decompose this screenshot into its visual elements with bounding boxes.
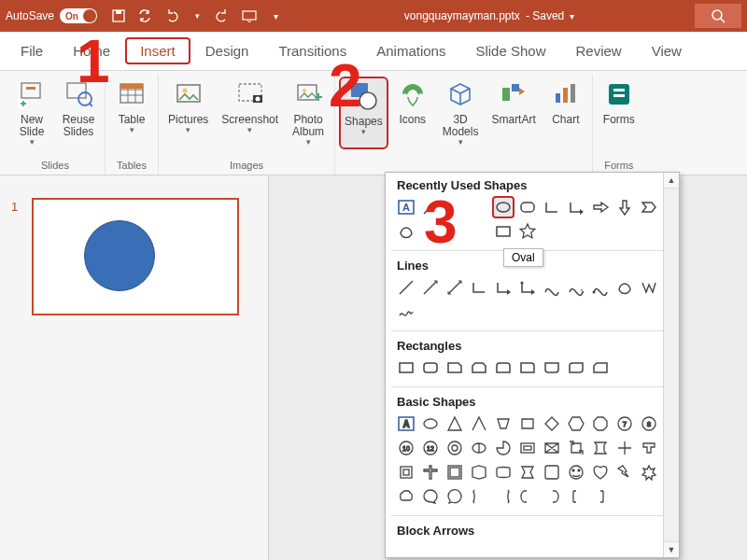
forms-button[interactable]: Forms bbox=[597, 77, 641, 128]
smartart-button[interactable]: SmartArt bbox=[486, 77, 541, 149]
basic-shape-5-icon[interactable] bbox=[516, 413, 539, 435]
basic-shape-35-icon[interactable] bbox=[444, 485, 466, 508]
elbow2-icon[interactable] bbox=[492, 276, 514, 299]
document-title[interactable]: vongquaymayman.pptx - Saved ▾ bbox=[289, 9, 689, 22]
basic-shape-11-icon[interactable]: 10 bbox=[395, 437, 417, 459]
scroll-down-icon[interactable]: ▼ bbox=[664, 541, 679, 557]
basic-shape-18-icon[interactable] bbox=[565, 437, 587, 459]
basic-shape-34-icon[interactable] bbox=[419, 485, 442, 508]
basic-shape-22-icon[interactable] bbox=[395, 461, 417, 483]
freeform3-icon[interactable] bbox=[638, 276, 660, 299]
basic-shape-10-icon[interactable]: 8 bbox=[638, 413, 660, 435]
rect3-icon[interactable] bbox=[444, 357, 466, 379]
basic-shape-36-icon[interactable] bbox=[468, 485, 490, 508]
rect7-icon[interactable] bbox=[541, 357, 563, 379]
basic-shape-38-icon[interactable] bbox=[516, 485, 539, 508]
basic-shape-31-icon[interactable] bbox=[613, 461, 636, 483]
toggle-switch[interactable]: On bbox=[60, 8, 97, 23]
icons-button[interactable]: Icons bbox=[390, 77, 435, 149]
rect-icon[interactable] bbox=[492, 220, 514, 243]
curve2-icon[interactable] bbox=[565, 276, 587, 299]
star-icon[interactable] bbox=[516, 220, 539, 243]
rounded-rect-icon[interactable] bbox=[516, 196, 539, 218]
tab-home[interactable]: Home bbox=[58, 37, 125, 64]
tab-view[interactable]: View bbox=[637, 37, 697, 64]
line-icon[interactable] bbox=[419, 196, 442, 218]
chart-button[interactable]: Chart bbox=[543, 77, 588, 149]
rect4-icon[interactable] bbox=[468, 357, 490, 379]
from-beginning-icon[interactable] bbox=[241, 7, 258, 24]
line3-icon[interactable] bbox=[444, 276, 466, 299]
tab-file[interactable]: File bbox=[6, 37, 58, 64]
basic-shape-17-icon[interactable] bbox=[541, 437, 563, 459]
rect9-icon[interactable] bbox=[589, 357, 612, 379]
basic-shape-26-icon[interactable] bbox=[492, 461, 514, 483]
basic-shape-20-icon[interactable] bbox=[613, 437, 636, 459]
tab-design[interactable]: Design bbox=[190, 37, 264, 64]
basic-shape-4-icon[interactable] bbox=[492, 413, 514, 435]
elbow-arrow-icon[interactable] bbox=[565, 196, 587, 218]
rect1-icon[interactable] bbox=[395, 357, 417, 379]
basic-shape-29-icon[interactable] bbox=[565, 461, 587, 483]
chevron-shape-icon[interactable] bbox=[638, 196, 660, 218]
3d-models-button[interactable]: 3D Models ▾ bbox=[437, 77, 485, 149]
pictures-button[interactable]: Pictures ▾ bbox=[162, 77, 214, 149]
elbow3-icon[interactable] bbox=[516, 276, 539, 299]
basic-shape-2-icon[interactable] bbox=[444, 413, 466, 435]
slide-thumbnails-pane[interactable]: 1 bbox=[0, 175, 269, 560]
down-arrow-shape-icon[interactable] bbox=[613, 196, 636, 218]
basic-shape-0-icon[interactable]: A bbox=[395, 413, 417, 435]
autosave-toggle[interactable]: AutoSave On bbox=[6, 8, 97, 23]
basic-shape-12-icon[interactable]: 12 bbox=[419, 437, 442, 459]
redo-icon[interactable] bbox=[215, 7, 232, 24]
rect5-icon[interactable] bbox=[492, 357, 514, 379]
basic-shape-30-icon[interactable] bbox=[589, 461, 612, 483]
rect8-icon[interactable] bbox=[565, 357, 587, 379]
slide-thumbnail[interactable]: 1 bbox=[19, 198, 249, 315]
basic-shape-27-icon[interactable] bbox=[516, 461, 539, 483]
curve1-icon[interactable] bbox=[541, 276, 563, 299]
basic-shape-21-icon[interactable] bbox=[638, 437, 660, 459]
basic-shape-25-icon[interactable] bbox=[468, 461, 490, 483]
undo-caret-icon[interactable]: ▾ bbox=[189, 7, 205, 24]
line1-icon[interactable] bbox=[395, 276, 417, 299]
basic-shape-9-icon[interactable]: 7 bbox=[613, 413, 636, 435]
scrollbar[interactable]: ▲ ▼ bbox=[663, 173, 679, 557]
reuse-slides-button[interactable]: Reuse Slides bbox=[56, 77, 101, 149]
basic-shape-37-icon[interactable] bbox=[492, 485, 514, 508]
basic-shape-6-icon[interactable] bbox=[541, 413, 563, 435]
basic-shape-23-icon[interactable] bbox=[419, 461, 442, 483]
basic-shape-24-icon[interactable] bbox=[444, 461, 466, 483]
basic-shape-1-icon[interactable] bbox=[419, 413, 442, 435]
slide-preview[interactable] bbox=[32, 198, 239, 315]
textbox-icon[interactable]: A bbox=[395, 196, 417, 218]
basic-shape-16-icon[interactable] bbox=[516, 437, 539, 459]
rect6-icon[interactable] bbox=[516, 357, 539, 379]
basic-shape-8-icon[interactable] bbox=[589, 413, 612, 435]
scroll-up-icon[interactable]: ▲ bbox=[664, 173, 679, 189]
basic-shape-14-icon[interactable] bbox=[468, 437, 490, 459]
scribble-icon[interactable] bbox=[395, 301, 417, 323]
freeform2-icon[interactable] bbox=[613, 276, 636, 299]
basic-shape-7-icon[interactable] bbox=[565, 413, 587, 435]
tab-review[interactable]: Review bbox=[560, 37, 636, 64]
photo-album-button[interactable]: Photo Album ▾ bbox=[286, 77, 331, 149]
basic-shape-40-icon[interactable] bbox=[565, 485, 587, 508]
basic-shape-15-icon[interactable] bbox=[492, 437, 514, 459]
oval-shape-icon[interactable] bbox=[492, 196, 514, 218]
basic-shape-41-icon[interactable] bbox=[589, 485, 612, 508]
curve3-icon[interactable] bbox=[589, 276, 612, 299]
new-slide-button[interactable]: New Slide ▾ bbox=[9, 77, 54, 149]
screenshot-button[interactable]: Screenshot ▾ bbox=[216, 77, 284, 149]
table-button[interactable]: Table ▾ bbox=[109, 77, 154, 137]
basic-shape-39-icon[interactable] bbox=[541, 485, 563, 508]
basic-shape-3-icon[interactable] bbox=[468, 413, 490, 435]
elbow-connector-icon[interactable] bbox=[541, 196, 563, 218]
undo-icon[interactable] bbox=[162, 7, 179, 24]
basic-shape-13-icon[interactable] bbox=[444, 437, 466, 459]
sync-icon[interactable] bbox=[136, 7, 153, 24]
shapes-button[interactable]: Shapes ▾ bbox=[339, 77, 388, 149]
elbow1-icon[interactable] bbox=[468, 276, 490, 299]
save-icon[interactable] bbox=[110, 7, 127, 24]
rect2-icon[interactable] bbox=[419, 357, 442, 379]
